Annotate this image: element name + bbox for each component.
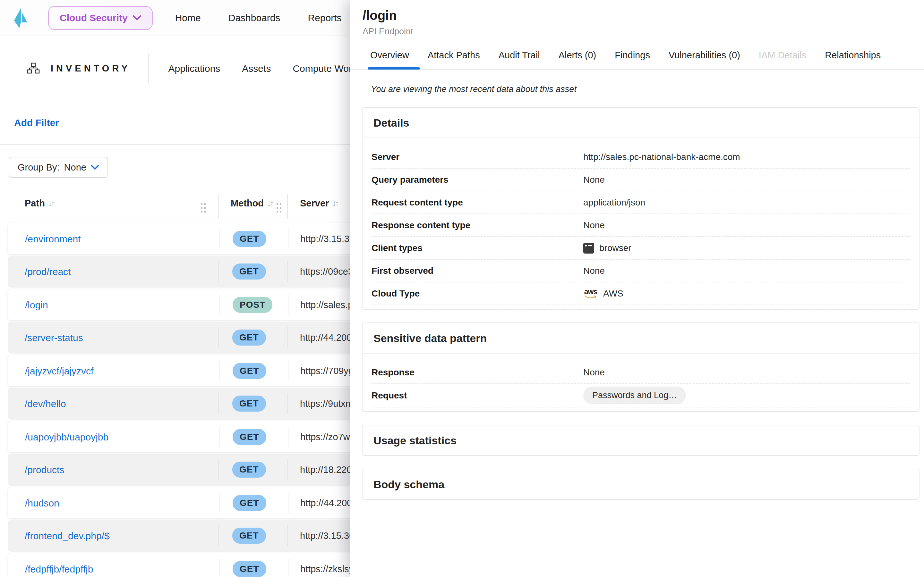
drawer-tab[interactable]: Relationships <box>825 45 881 69</box>
drawer-tab-label: Vulnerabilities (0) <box>669 50 740 60</box>
detail-value-text: AWS <box>603 288 624 299</box>
column-label: Method <box>231 198 264 209</box>
details-heading: Details <box>363 108 919 138</box>
asset-details-drawer: /login API Endpoint Overview Attack Path… <box>350 0 924 577</box>
detail-value: None <box>583 220 605 230</box>
detail-row: Server http://sales.pc-national-bank-acm… <box>372 146 910 169</box>
detail-value-text: application/json <box>583 197 645 208</box>
detail-label: Client types <box>372 243 583 253</box>
detail-label: Server <box>372 152 583 162</box>
inventory-tab[interactable]: Applications <box>166 36 223 101</box>
drawer-tab-label: Audit Trail <box>499 50 540 60</box>
column-header-path: Path ↓↑ <box>25 198 53 209</box>
group-by-dropdown[interactable]: Group By: None <box>9 157 108 178</box>
drawer-tab-label: Findings <box>615 50 650 60</box>
cell-divider <box>219 361 220 381</box>
method-badge: GET <box>232 396 266 412</box>
detail-value-text: http://sales.pc-national-bank-acme.com <box>583 152 740 162</box>
endpoint-path-link[interactable]: /frontend_dev.php/$ <box>25 530 110 542</box>
endpoint-path-link[interactable]: /jajyzvcf/jajyzvcf <box>25 366 94 377</box>
server-cell: http://44.200. <box>300 498 355 508</box>
sensitive-label: Response <box>372 367 583 378</box>
endpoint-path-link[interactable]: /login <box>25 300 48 311</box>
inventory-tab-label: Applications <box>168 63 220 74</box>
inventory-tab[interactable]: Assets <box>239 36 273 101</box>
method-badge: GET <box>233 495 266 511</box>
endpoint-path-link[interactable]: /products <box>25 464 64 475</box>
drawer-tab[interactable]: IAM Details <box>759 45 806 69</box>
nav-item[interactable]: Reports <box>302 7 348 29</box>
detail-value: aws AWS <box>583 288 624 299</box>
sensitive-value: None <box>583 367 605 378</box>
body-schema-heading: Body schema <box>363 469 919 499</box>
drawer-tab[interactable]: Audit Trail <box>499 45 540 69</box>
endpoint-path-link[interactable]: /server-status <box>25 332 83 343</box>
sitemap-icon <box>27 62 40 75</box>
usage-statistics-heading: Usage statistics <box>363 425 919 455</box>
usage-statistics-card[interactable]: Usage statistics <box>362 425 919 456</box>
method-badge: GET <box>232 263 266 279</box>
sensitive-value: Passwords and Log… <box>583 384 686 407</box>
aws-icon: aws <box>583 288 598 299</box>
cell-divider <box>218 261 219 282</box>
cell-divider <box>219 559 220 577</box>
sensitive-data-card: Sensitive data pattern Response None Req… <box>362 322 919 412</box>
cell-divider <box>288 393 288 414</box>
cell-divider <box>288 493 288 513</box>
cell-divider <box>219 427 220 447</box>
endpoint-path-link[interactable]: /hudson <box>25 498 59 509</box>
sensitive-row: Response None <box>372 361 910 384</box>
detail-label: Response content type <box>372 220 583 230</box>
server-cell: https://09ce3 <box>300 266 353 277</box>
endpoint-path-link[interactable]: /prod/react <box>25 266 71 277</box>
server-cell: http://3.15.30 <box>300 234 355 244</box>
sort-icon[interactable]: ↓↑ <box>267 198 272 208</box>
drawer-tab[interactable]: Attack Paths <box>428 45 480 69</box>
body-schema-card[interactable]: Body schema <box>362 469 919 500</box>
cell-divider <box>218 327 219 348</box>
endpoint-path-link[interactable]: /uapoyjbb/uapoyjbb <box>25 432 108 443</box>
drawer-tab[interactable]: Alerts (0) <box>559 45 596 69</box>
detail-row: Cloud Type aws AWS <box>372 282 910 305</box>
nav-item-label: Dashboards <box>228 13 280 23</box>
browser-icon <box>583 243 594 253</box>
server-cell: https://709yg <box>300 366 354 376</box>
endpoint-path-link[interactable]: /dev/hello <box>25 398 66 409</box>
method-badge: POST <box>233 297 272 313</box>
sensitive-pattern-chip[interactable]: Passwords and Log… <box>583 387 686 404</box>
cell-divider <box>288 261 288 282</box>
add-filter-button[interactable]: Add Filter <box>14 117 59 128</box>
detail-value: http://sales.pc-national-bank-acme.com <box>583 152 740 162</box>
detail-row: Response content type None <box>372 214 910 237</box>
method-badge: GET <box>233 561 266 577</box>
sensitive-row: Request Passwords and Log… <box>372 384 910 408</box>
drawer-title: /login <box>363 8 924 23</box>
drag-handle-icon[interactable] <box>201 203 206 213</box>
column-divider <box>288 194 288 219</box>
drawer-tabbar: Overview Attack Paths Audit Trail Alerts… <box>350 45 924 69</box>
drag-handle-icon[interactable] <box>276 203 282 213</box>
drawer-tab[interactable]: Overview <box>370 45 409 69</box>
endpoint-path-link[interactable]: /environment <box>25 234 81 245</box>
sort-icon[interactable]: ↓↑ <box>332 198 338 208</box>
server-cell: http://3.15.30 <box>300 530 354 541</box>
endpoint-path-link[interactable]: /fedpffjb/fedpffjb <box>25 564 93 575</box>
product-switcher[interactable]: Cloud Security <box>48 6 153 30</box>
detail-row: Client types browser <box>372 237 910 259</box>
drawer-tab[interactable]: Findings <box>615 45 650 69</box>
sensitive-heading: Sensitive data pattern <box>363 323 919 354</box>
nav-item[interactable]: Home <box>169 7 207 29</box>
drawer-tab[interactable]: Vulnerabilities (0) <box>669 45 740 69</box>
detail-row: Query parameters None <box>372 169 910 191</box>
server-cell: http://sales.pc <box>300 300 358 310</box>
sort-icon[interactable]: ↓↑ <box>48 198 53 208</box>
method-badge: GET <box>233 429 266 445</box>
cell-divider <box>219 493 220 513</box>
sensitive-rows: Response None Request Passwords and Log… <box>363 354 919 411</box>
inventory-title: INVENTORY <box>51 63 131 74</box>
column-label: Path <box>25 198 45 209</box>
detail-value: browser <box>583 243 632 253</box>
detail-value-text: browser <box>599 243 632 253</box>
method-badge: GET <box>233 231 266 247</box>
nav-item[interactable]: Dashboards <box>222 7 287 29</box>
